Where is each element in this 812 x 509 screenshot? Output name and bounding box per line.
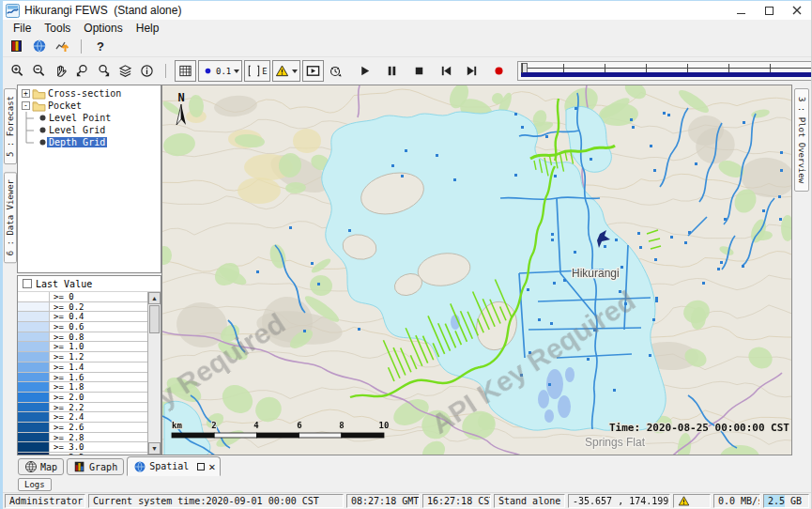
- pan-button[interactable]: [50, 60, 71, 82]
- menu-file[interactable]: File: [7, 22, 38, 35]
- spatial-display-button[interactable]: [28, 37, 51, 56]
- warning-icon: [275, 64, 289, 78]
- map-canvas[interactable]: API Key Required API Key Required Hikura…: [161, 85, 792, 455]
- step-forward-button[interactable]: [461, 60, 483, 82]
- last-value-checkbox[interactable]: [23, 279, 32, 288]
- tree-item-pocket[interactable]: -Pocket: [18, 100, 161, 112]
- close-button[interactable]: [783, 1, 811, 20]
- contour-label-button[interactable]: E: [244, 60, 269, 82]
- threshold-warning-dropdown[interactable]: [272, 60, 300, 82]
- scroll-up-icon[interactable]: ▲: [148, 292, 161, 304]
- svg-text:km: km: [172, 421, 182, 430]
- svg-text:10: 10: [379, 421, 390, 430]
- tab-close-icon[interactable]: ✕: [208, 463, 215, 470]
- tree-item-level-point[interactable]: Level Point: [18, 112, 161, 124]
- help-button[interactable]: ?: [89, 37, 112, 56]
- zoom-next-icon: [97, 64, 111, 78]
- legend-threshold-label: >= 1.6: [50, 373, 147, 382]
- menu-tools[interactable]: Tools: [38, 22, 77, 35]
- tree-expander-icon[interactable]: +: [22, 89, 30, 98]
- side-tab-data-viewer[interactable]: 6 : Data Viewer: [4, 172, 17, 263]
- zoom-in-button[interactable]: [7, 60, 28, 82]
- zoom-next-button[interactable]: [93, 60, 115, 82]
- tab-spatial[interactable]: Spatial✕: [127, 456, 220, 476]
- legend-threshold-label: >= 0.4: [50, 312, 147, 321]
- menu-help[interactable]: Help: [130, 22, 166, 35]
- menu-bar: FileToolsOptionsHelp: [3, 20, 811, 36]
- side-tab-forecast[interactable]: 5 : Forecast: [4, 88, 17, 164]
- zoom-in-icon: [10, 64, 24, 78]
- svg-text:Hikurangi: Hikurangi: [572, 267, 620, 280]
- legend-scrollbar[interactable]: ▲ ▼: [147, 292, 161, 455]
- stop-icon: [412, 64, 426, 78]
- spatial-display-icon: [32, 39, 47, 54]
- bullet-icon: [38, 126, 47, 134]
- legend-threshold-label: >= 2.0: [50, 393, 147, 402]
- legend-swatch: [18, 433, 50, 442]
- tree-connector: [18, 112, 38, 124]
- minimize-button[interactable]: [727, 1, 755, 20]
- layers-icon: [118, 64, 132, 78]
- scroll-thumb[interactable]: [149, 305, 160, 333]
- tree-item-level-grid[interactable]: Level Grid: [18, 124, 161, 136]
- scroll-down-icon[interactable]: ▼: [148, 442, 161, 455]
- logs-button[interactable]: Logs: [18, 478, 52, 491]
- globe-blue-icon: [133, 460, 146, 473]
- maximize-button[interactable]: [755, 1, 783, 20]
- record-button[interactable]: [488, 60, 510, 82]
- layers-button[interactable]: [115, 60, 136, 82]
- clock-run-icon: [329, 64, 343, 78]
- chart-bars-icon: [73, 460, 86, 473]
- play-button[interactable]: [354, 60, 375, 82]
- pause-button[interactable]: [381, 60, 403, 82]
- legend-row: >= 1.0: [18, 342, 147, 352]
- svg-text:N: N: [177, 91, 184, 104]
- zoom-previous-button[interactable]: [71, 60, 93, 82]
- legend-threshold-label: >= 2.6: [50, 423, 147, 432]
- tree-item-label: Cross-section: [46, 88, 123, 99]
- legend-swatch: [18, 322, 50, 332]
- database-display-button[interactable]: [6, 37, 28, 56]
- step-forward-icon: [465, 64, 479, 78]
- legend-threshold-label: >= 3.0: [50, 442, 147, 452]
- globe-wire-icon: [24, 460, 38, 473]
- legend-row: >= 2.6: [18, 423, 147, 433]
- profiler-clock-button[interactable]: [325, 60, 346, 82]
- grid-table-icon: [178, 64, 192, 78]
- legend-row: >= 0.4: [18, 312, 147, 322]
- grid-display-button[interactable]: [175, 60, 196, 82]
- svg-text:4: 4: [253, 421, 259, 430]
- tab-maximize-icon[interactable]: [197, 463, 205, 470]
- classbreak-dropdown[interactable]: 0.1: [198, 60, 242, 82]
- zoom-out-button[interactable]: [28, 60, 50, 82]
- tree-item-label: Pocket: [46, 100, 84, 111]
- tree-item-cross-section[interactable]: +Cross-section: [18, 87, 161, 100]
- svg-text:Springs Flat: Springs Flat: [585, 436, 646, 449]
- time-slider[interactable]: [517, 61, 812, 81]
- tab-graph[interactable]: Graph: [67, 458, 124, 475]
- svg-text:6: 6: [297, 421, 301, 430]
- stop-button[interactable]: [408, 60, 430, 82]
- tab-map[interactable]: Map: [18, 458, 64, 475]
- step-back-icon: [439, 64, 453, 78]
- tree-expander-icon[interactable]: -: [22, 101, 30, 110]
- zoom-out-icon: [32, 64, 46, 78]
- menu-options[interactable]: Options: [77, 22, 129, 35]
- tree-item-depth-grid[interactable]: Depth Grid: [18, 136, 161, 148]
- legend-row: >= 2.0: [18, 393, 147, 403]
- legend-threshold-label: >= 1.2: [50, 352, 147, 362]
- app-window: Hikurangi FEWS (Stand alone) FileToolsOp…: [0, 0, 812, 509]
- chart-display-button[interactable]: [51, 37, 73, 56]
- info-button[interactable]: [136, 60, 158, 82]
- step-back-button[interactable]: [436, 60, 457, 82]
- bullet-icon: [38, 138, 47, 147]
- legend-threshold-label: >= 0.8: [50, 332, 147, 342]
- tree-connector: [18, 136, 38, 148]
- legend-row: >= 3.0: [18, 442, 147, 453]
- side-tab-plot-overview[interactable]: 3 : Plot Overview: [794, 88, 809, 192]
- legend-row: >= 1.2: [18, 352, 147, 362]
- animation-button[interactable]: [302, 60, 324, 82]
- legend-row: >= 1.6: [18, 373, 147, 383]
- legend-threshold-label: >= 1.4: [50, 362, 147, 372]
- legend-threshold-label: >= 0.6: [50, 322, 147, 332]
